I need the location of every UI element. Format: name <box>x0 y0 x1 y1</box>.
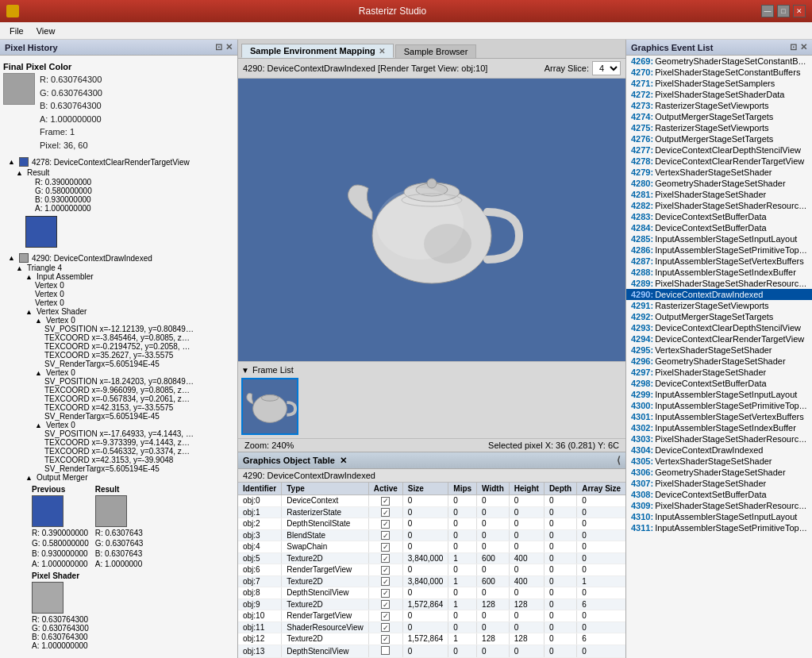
event-item[interactable]: 4300:InputAssemblerStageSetPrimitiveTopo… <box>626 400 812 411</box>
event-item[interactable]: 4302:InputAssemblerStageSetIndexBuffer <box>626 422 812 433</box>
cell-active[interactable] <box>368 564 402 576</box>
expand-4290-icon[interactable]: ▲ <box>8 254 16 262</box>
cell-active[interactable] <box>368 645 402 657</box>
event-item[interactable]: 4294:DeviceContextClearRenderTargetView <box>626 333 812 344</box>
event-item[interactable]: 4296:GeometryShaderStageSetShader <box>626 356 812 367</box>
event-item[interactable]: 4303:PixelShaderStageSetShaderResources <box>626 433 812 444</box>
event-item[interactable]: 4285:InputAssemblerStageSetInputLayout <box>626 233 812 244</box>
table-row[interactable]: obj:5 Texture2D 3,840,000 1 600 400 0 0 <box>238 552 625 564</box>
table-row[interactable]: obj:11 ShaderResourceView 0 0 0 0 0 0 <box>238 621 625 633</box>
event-item[interactable]: 4284:DeviceContextSetBufferData <box>626 222 812 233</box>
event-item[interactable]: 4290:DeviceContextDrawIndexed <box>626 289 812 300</box>
tree-item-4290[interactable]: ▲ 4290: DeviceContextDrawIndexed <box>3 252 234 264</box>
table-row[interactable]: obj:9 Texture2D 1,572,864 1 128 128 0 6 <box>238 598 625 610</box>
event-list[interactable]: 4269:GeometryShaderStageSetConstantBuffe… <box>626 56 812 658</box>
tab-sample-env[interactable]: Sample Environment Mapping ✕ <box>241 44 394 58</box>
cell-active[interactable] <box>368 518 402 530</box>
vertex-shader-node[interactable]: ▲Vertex Shader <box>3 307 234 316</box>
cell-active[interactable] <box>368 529 402 541</box>
event-item[interactable]: 4269:GeometryShaderStageSetConstantBuffe… <box>626 56 812 67</box>
event-item[interactable]: 4282:PixelShaderStageSetShaderResources <box>626 200 812 211</box>
input-assembler-node[interactable]: ▲Input Assembler <box>3 272 234 281</box>
tab-close-icon[interactable]: ✕ <box>379 47 385 56</box>
event-item[interactable]: 4279:VertexShaderStageSetShader <box>626 167 812 178</box>
object-table-container[interactable]: Identifier Type Active Size Mips Width H… <box>238 483 625 658</box>
event-item[interactable]: 4286:InputAssemblerStageSetPrimitiveTopo… <box>626 244 812 256</box>
array-slice-control[interactable]: Array Slice: 4 0 1 2 3 5 <box>545 61 621 75</box>
cell-active[interactable] <box>368 598 402 610</box>
event-item[interactable]: 4292:OutputMergerStageSetTargets <box>626 311 812 322</box>
cell-active[interactable] <box>368 506 402 518</box>
output-merger-node[interactable]: ▲Output Merger <box>3 473 234 482</box>
event-item[interactable]: 4280:GeometryShaderStageSetShader <box>626 178 812 189</box>
close-button[interactable]: ✕ <box>793 5 806 17</box>
event-item[interactable]: 4301:InputAssemblerStageSetVertexBuffers <box>626 411 812 422</box>
table-row[interactable]: obj:0 DeviceContext 0 0 0 0 0 0 <box>238 495 625 507</box>
table-row[interactable]: obj:13 DepthStencilView 0 0 0 0 0 0 <box>238 645 625 657</box>
close-panel-icon[interactable]: ✕ <box>225 42 233 52</box>
event-list-close-icon[interactable]: ✕ <box>800 42 807 52</box>
table-row[interactable]: obj:6 RenderTargetView 0 0 0 0 0 0 <box>238 564 625 576</box>
event-item[interactable]: 4291:RasterizerStageSetViewports <box>626 300 812 311</box>
triangle-node[interactable]: ▲Triangle 4 <box>3 264 234 272</box>
event-item[interactable]: 4310:InputAssemblerStageSetInputLayout <box>626 511 812 522</box>
cell-active[interactable] <box>368 575 402 587</box>
menu-file[interactable]: File <box>3 25 30 37</box>
event-item[interactable]: 4283:DeviceContextSetBufferData <box>626 211 812 222</box>
event-item[interactable]: 4271:PixelShaderStageSetSamplers <box>626 78 812 89</box>
cell-active[interactable] <box>368 495 402 507</box>
event-item[interactable]: 4311:InputAssemblerStageSetPrimitiveTopo… <box>626 522 812 533</box>
tree-item-4278[interactable]: ▲ 4278: DeviceContextClearRenderTargetVi… <box>3 156 234 167</box>
event-item[interactable]: 4276:OutputMergerStageSetTargets <box>626 133 812 144</box>
vs-vertex0-3[interactable]: ▲Vertex 0 <box>3 421 234 429</box>
event-item[interactable]: 4275:RasterizerStageSetViewports <box>626 122 812 133</box>
event-item[interactable]: 4272:PixelShaderStageSetShaderData <box>626 89 812 100</box>
event-item[interactable]: 4281:PixelShaderStageSetShader <box>626 189 812 200</box>
menu-view[interactable]: View <box>30 25 62 37</box>
scroll-up-icon[interactable]: ⟨ <box>617 455 621 466</box>
event-item[interactable]: 4299:InputAssemblerStageSetInputLayout <box>626 389 812 400</box>
event-item[interactable]: 4295:VertexShaderStageSetShader <box>626 344 812 356</box>
cell-active[interactable] <box>368 552 402 564</box>
event-item[interactable]: 4273:RasterizerStageSetViewports <box>626 100 812 111</box>
table-row[interactable]: obj:2 DepthStencilState 0 0 0 0 0 0 <box>238 518 625 530</box>
event-item[interactable]: 4304:DeviceContextDrawIndexed <box>626 444 812 456</box>
event-item[interactable]: 4289:PixelShaderStageSetShaderResources <box>626 278 812 289</box>
event-item[interactable]: 4306:GeometryShaderStageSetShader <box>626 467 812 478</box>
tab-sample-browser[interactable]: Sample Browser <box>395 44 477 58</box>
vs-vertex0-2[interactable]: ▲Vertex 0 <box>3 368 234 377</box>
cell-active[interactable] <box>368 541 402 553</box>
cell-active[interactable] <box>368 587 402 599</box>
event-item[interactable]: 4305:VertexShaderStageSetShader <box>626 456 812 467</box>
event-item[interactable]: 4287:InputAssemblerStageSetVertexBuffers <box>626 256 812 267</box>
expand-icon[interactable]: ▲ <box>8 158 16 166</box>
vs-vertex0-1[interactable]: ▲Vertex 0 <box>3 316 234 325</box>
frame-thumb-0[interactable] <box>241 378 298 435</box>
maximize-button[interactable]: □ <box>777 5 790 17</box>
event-item[interactable]: 4309:PixelShaderStageSetShaderResources <box>626 500 812 511</box>
table-row[interactable]: obj:10 RenderTargetView 0 0 0 0 0 0 <box>238 610 625 622</box>
table-row[interactable]: obj:3 BlendState 0 0 0 0 0 0 <box>238 529 625 541</box>
table-row[interactable]: obj:1 RasterizerState 0 0 0 0 0 0 <box>238 506 625 518</box>
event-item[interactable]: 4288:InputAssemblerStageSetIndexBuffer <box>626 267 812 278</box>
event-item[interactable]: 4278:DeviceContextClearRenderTargetView <box>626 156 812 167</box>
table-row[interactable]: obj:12 Texture2D 1,572,864 1 128 128 0 6 <box>238 633 625 645</box>
table-row[interactable]: obj:7 Texture2D 3,840,000 1 600 400 0 1 <box>238 575 625 587</box>
event-item[interactable]: 4308:DeviceContextSetBufferData <box>626 489 812 500</box>
event-item[interactable]: 4277:DeviceContextClearDepthStencilView <box>626 144 812 156</box>
object-table-close-icon[interactable]: ✕ <box>340 456 347 466</box>
table-row[interactable]: obj:4 SwapChain 0 0 0 0 0 0 <box>238 541 625 553</box>
pin-icon[interactable]: ⊡ <box>215 42 222 52</box>
event-item[interactable]: 4293:DeviceContextClearDepthStencilView <box>626 322 812 333</box>
event-list-pin-icon[interactable]: ⊡ <box>790 42 797 52</box>
event-item[interactable]: 4307:PixelShaderStageSetShader <box>626 478 812 489</box>
event-item[interactable]: 4270:PixelShaderStageSetConstantBuffers <box>626 67 812 78</box>
table-row[interactable]: obj:8 DepthStencilView 0 0 0 0 0 0 <box>238 587 625 599</box>
frame-list-header[interactable]: ▼ Frame List <box>241 365 622 375</box>
cell-active[interactable] <box>368 621 402 633</box>
event-item[interactable]: 4297:PixelShaderStageSetShader <box>626 367 812 378</box>
event-item[interactable]: 4274:OutputMergerStageSetTargets <box>626 111 812 122</box>
event-item[interactable]: 4298:DeviceContextSetBufferData <box>626 378 812 389</box>
cell-active[interactable] <box>368 610 402 622</box>
array-slice-select[interactable]: 4 0 1 2 3 5 <box>592 61 621 75</box>
